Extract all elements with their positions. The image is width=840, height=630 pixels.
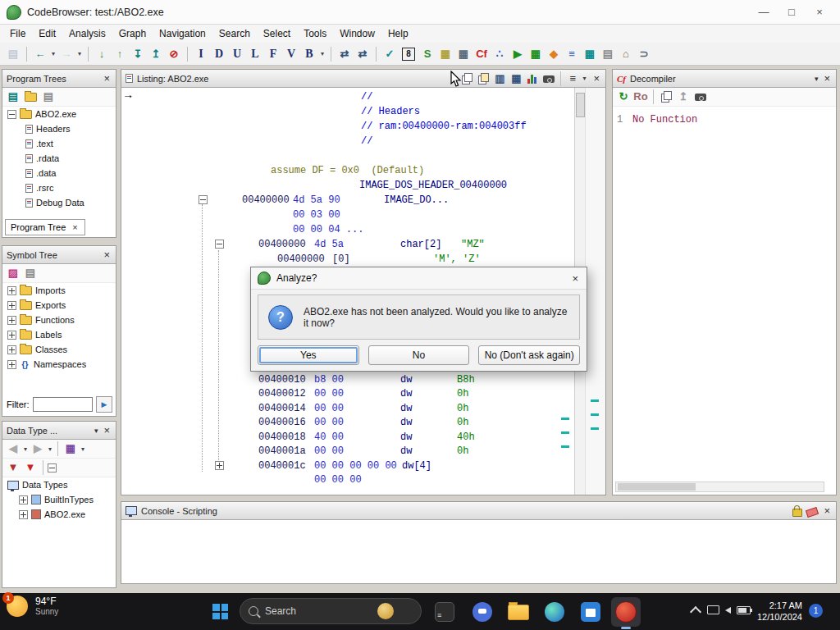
daily-image-icon[interactable] [396, 603, 413, 619]
listing-bytes[interactable]: b8 00 [314, 374, 344, 386]
dialog-close-icon[interactable]: × [570, 273, 580, 284]
decompiler-close-icon[interactable]: × [822, 73, 832, 84]
save-icon[interactable]: ▤ [5, 46, 21, 62]
listing-bytes[interactable]: 00 00 [314, 403, 344, 414]
checkpoint-icon[interactable]: ◆ [546, 46, 562, 62]
variable-icon[interactable]: V [283, 46, 299, 62]
expand-icon[interactable] [7, 360, 16, 369]
taskbar-app-file-explorer[interactable] [507, 600, 530, 623]
dtm-back-icon[interactable]: ◀ [5, 441, 21, 457]
function-icon[interactable]: F [265, 46, 281, 62]
assembler-icon[interactable]: 8 [402, 48, 415, 61]
listing-mnemonic[interactable]: dw[4] [402, 460, 431, 472]
listing-bytes[interactable]: 00 00 [314, 417, 344, 428]
close-button[interactable]: × [806, 1, 833, 24]
edit-fields-icon[interactable]: ▦ [508, 71, 524, 87]
collapse-icon[interactable] [7, 110, 16, 119]
clock[interactable]: 2:17 AM 12/10/2024 [737, 600, 802, 623]
menu-item-tools[interactable]: Tools [297, 28, 333, 39]
expand-icon[interactable] [19, 510, 28, 519]
expand-tree-icon[interactable]: ▤ [40, 89, 57, 105]
listing-address[interactable]: 00400000 [242, 194, 290, 206]
bookmark-icon-dropdown[interactable]: ▾ [319, 50, 326, 57]
listing-comment[interactable]: // [361, 91, 372, 103]
taskbar-app-edge[interactable] [543, 600, 566, 623]
scrollbar-thumb[interactable] [576, 93, 585, 117]
back-icon-dropdown[interactable]: ▾ [50, 50, 57, 57]
menu-item-analysis[interactable]: Analysis [62, 28, 112, 39]
rewards-icon[interactable] [377, 603, 394, 619]
data-type-item-abo2-exe[interactable]: ABO2.exe [2, 507, 116, 522]
listing-bytes[interactable]: 00 00 04 ... [293, 224, 363, 235]
expand-icon[interactable] [19, 495, 28, 504]
snapshot-icon[interactable] [694, 90, 707, 103]
console-header[interactable]: Console - Scripting × [121, 502, 836, 520]
console-output[interactable] [121, 520, 836, 583]
expand-icon[interactable] [7, 316, 16, 325]
menu-item-graph[interactable]: Graph [112, 28, 153, 39]
program-tree-item-rdata[interactable]: .rdata [2, 151, 116, 166]
listing-header[interactable]: Listing: ABO2.exe ▥▦≡▾ × [121, 70, 605, 88]
export-icon[interactable]: ↥ [148, 46, 164, 62]
no-dont-ask-button[interactable]: No (Don't ask again) [478, 345, 580, 365]
bookmark-icon[interactable]: B [301, 46, 317, 62]
listing-mnemonic[interactable]: dw [400, 388, 412, 399]
menu-item-window[interactable]: Window [333, 28, 381, 39]
symbol-tree-item-functions[interactable]: Functions [2, 313, 116, 327]
listing-mnemonic[interactable]: dw [400, 403, 412, 414]
listing-bytes[interactable]: 00 00 00 [314, 474, 362, 486]
memory-blocks-icon[interactable]: ▦ [437, 46, 454, 62]
listing-address[interactable]: 00400000 [258, 239, 306, 250]
program-tree-item-data[interactable]: .data [2, 166, 116, 180]
listing-address[interactable]: 00400016 [258, 417, 306, 428]
expand-icon[interactable] [7, 286, 16, 295]
symbol-tree-item-classes[interactable]: Classes [2, 342, 116, 357]
listing-bytes[interactable]: 00 00 [314, 388, 344, 399]
clear-code-icon[interactable]: ⊘ [166, 46, 182, 62]
listing-address[interactable]: [0] [332, 253, 350, 265]
listing-comment[interactable]: // ram:00400000-ram:004003ff [361, 121, 527, 132]
listing-expander[interactable] [199, 195, 208, 204]
data-type-item-builtintypes[interactable]: BuiltInTypes [2, 492, 116, 507]
pull-annotations-icon[interactable]: ↓ [94, 46, 110, 62]
go-to-symbol-icon[interactable]: ▨ [5, 265, 21, 281]
taskbar-app-store[interactable] [579, 600, 602, 623]
listing-bytes[interactable]: 40 00 [314, 431, 344, 443]
decompiler-header[interactable]: Cf Decompiler ▾ × [613, 70, 836, 88]
filter-input[interactable] [33, 397, 94, 412]
forward-icon[interactable]: → [58, 46, 75, 62]
byte-viewer-icon[interactable]: ▦ [582, 46, 598, 62]
symbol-tree-item-labels[interactable]: Labels [2, 327, 116, 342]
listing-comment[interactable]: // [361, 135, 372, 147]
dtm-forward-icon-dropdown[interactable]: ▾ [47, 445, 53, 453]
program-tree-item-debug-data[interactable]: Debug Data [2, 195, 116, 210]
snapshot-icon[interactable] [542, 72, 555, 85]
program-tree-item-text[interactable]: .text [2, 136, 116, 151]
listing-assume[interactable]: assume DF = 0x0 (Default) [271, 165, 424, 176]
clear-console-icon[interactable] [806, 507, 819, 518]
chart-icon[interactable] [526, 72, 539, 85]
listing-value[interactable]: 0h [457, 403, 468, 414]
dialog-titlebar[interactable]: Analyze? × [251, 267, 587, 290]
scrollbar-thumb[interactable] [618, 483, 696, 491]
refresh-icon[interactable]: ↻ [615, 89, 632, 105]
data-table-icon[interactable]: ▤ [600, 46, 616, 62]
copy-icon[interactable] [660, 90, 673, 103]
calculator-icon[interactable]: ▦ [455, 46, 472, 62]
undefine-icon[interactable]: U [229, 46, 245, 62]
listing-value[interactable]: 0h [457, 388, 468, 399]
menu-item-help[interactable]: Help [381, 28, 415, 39]
listing-value[interactable]: 0h [457, 417, 468, 428]
no-button[interactable]: No [368, 345, 470, 365]
search-box[interactable]: Search [240, 598, 422, 624]
filter-options-icon[interactable]: ▶ [96, 396, 112, 413]
listing-address[interactable]: 00400014 [258, 403, 306, 414]
listing-address[interactable]: 00400012 [258, 388, 306, 399]
dtm-back-icon-dropdown[interactable]: ▾ [22, 445, 29, 453]
listing-mnemonic[interactable]: dw [400, 374, 412, 386]
run-script-icon[interactable]: ▶ [509, 46, 526, 62]
listing-label[interactable]: IMAGE_DOS_HEADER_00400000 [359, 180, 507, 191]
cursor-location-icon[interactable]: ▥ [491, 71, 508, 87]
create-tree-icon[interactable]: ▤ [5, 89, 21, 105]
listing-mnemonic[interactable]: IMAGE_DO... [384, 194, 449, 206]
